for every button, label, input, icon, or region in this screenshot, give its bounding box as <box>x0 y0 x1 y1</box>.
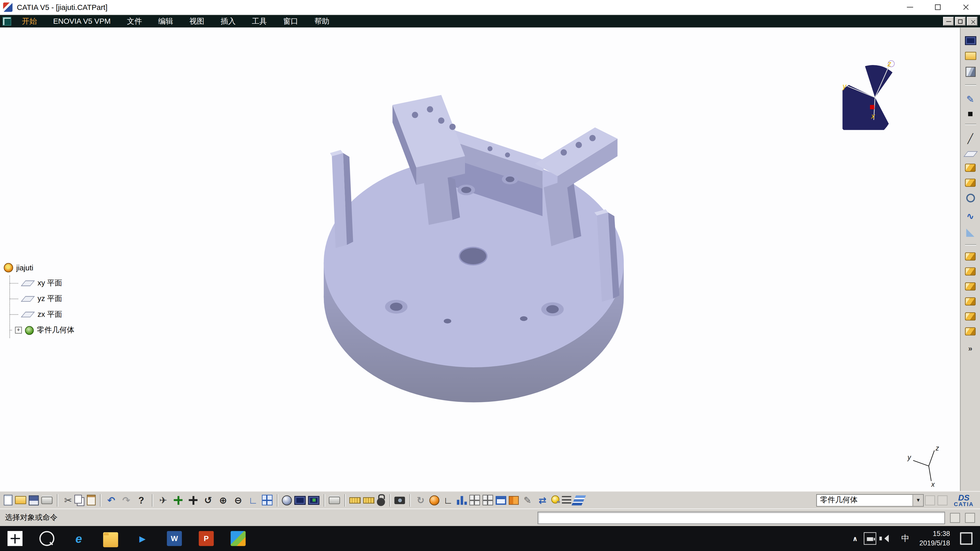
circle-icon[interactable] <box>966 194 975 202</box>
spline-icon[interactable]: ∿ <box>964 209 977 222</box>
cut-icon[interactable]: ✂ <box>62 494 74 507</box>
tree-item-label[interactable]: zx 平面 <box>38 309 62 320</box>
full-screen-icon[interactable] <box>308 495 319 504</box>
measure-item-icon[interactable] <box>363 497 374 503</box>
tile-window-icon[interactable] <box>496 495 506 504</box>
menu-enovia[interactable]: ENOVIA V5 VPM <box>46 17 118 25</box>
media-player-icon[interactable]: ▶ <box>135 531 150 546</box>
tree-root-label[interactable]: jiajuti <box>16 263 33 272</box>
copy-icon[interactable] <box>74 494 82 503</box>
edge-icon[interactable]: e <box>71 531 86 546</box>
ime-indicator[interactable]: 中 <box>901 533 910 544</box>
layers-icon[interactable] <box>571 495 586 505</box>
zoom-in-icon[interactable]: ⊕ <box>217 494 229 507</box>
split-surface-icon[interactable] <box>965 327 976 335</box>
window-minimize-button[interactable] <box>896 0 924 14</box>
mdi-minimize-button[interactable] <box>943 17 954 25</box>
photos-icon[interactable] <box>231 531 246 546</box>
menu-tools[interactable]: 工具 <box>245 16 274 27</box>
tree-root[interactable]: jiajuti <box>4 260 75 275</box>
file-explorer-icon[interactable] <box>103 532 118 547</box>
volume-icon[interactable] <box>879 532 891 545</box>
mdi-close-button[interactable] <box>967 17 978 25</box>
status-indicator-icon[interactable] <box>965 513 975 522</box>
tree-item-label[interactable]: xy 平面 <box>38 278 62 289</box>
axis-system-icon[interactable]: ∟ <box>442 494 454 507</box>
window-close-button[interactable] <box>952 0 980 14</box>
action-center-icon[interactable] <box>960 532 973 545</box>
join-surface-icon[interactable] <box>965 283 976 291</box>
close-surface-icon[interactable] <box>965 312 976 321</box>
tree-item-zx-plane[interactable]: zx 平面 <box>10 306 74 322</box>
viewport-3d[interactable]: z y x z y x jiajuti xy 平面 <box>0 27 980 491</box>
word-icon[interactable]: W <box>167 531 182 546</box>
extrude-surface-icon[interactable] <box>965 164 976 172</box>
dialog-toggle-icon[interactable] <box>950 513 960 522</box>
window-maximize-button[interactable] <box>924 0 952 14</box>
plane-icon[interactable] <box>963 151 977 157</box>
catalog-browser-icon[interactable] <box>509 495 519 504</box>
multi-view-icon[interactable] <box>262 495 272 506</box>
tree-item-label[interactable]: yz 平面 <box>38 294 62 304</box>
whats-this-icon[interactable]: ? <box>135 494 148 507</box>
view-mode-icon[interactable] <box>965 36 976 45</box>
battery-icon[interactable] <box>864 532 877 545</box>
snap-grid-icon[interactable] <box>483 495 493 506</box>
catalog-icon[interactable] <box>965 52 976 60</box>
expander-icon[interactable]: + <box>15 327 22 333</box>
menu-start[interactable]: 开始 <box>15 16 44 27</box>
measure-between-icon[interactable] <box>349 497 361 503</box>
start-button[interactable] <box>7 531 22 546</box>
tree-item-part-body[interactable]: + 零件几何体 <box>10 322 74 338</box>
menu-edit[interactable]: 编辑 <box>151 16 180 27</box>
menu-help[interactable]: 帮助 <box>307 16 336 27</box>
document-icon[interactable] <box>3 17 11 25</box>
save-icon[interactable] <box>29 495 39 505</box>
disabled-tool-icon-1[interactable] <box>925 495 935 505</box>
power-input-field[interactable] <box>538 511 945 524</box>
undo-icon[interactable]: ↶ <box>105 494 118 507</box>
catia-app-icon[interactable] <box>3 3 13 12</box>
sketcher-icon[interactable]: ✎ <box>964 92 977 105</box>
chevron-down-icon[interactable]: ▼ <box>913 494 923 506</box>
menu-file[interactable]: 文件 <box>120 16 149 27</box>
fly-mode-icon[interactable]: ✈ <box>157 494 169 507</box>
apply-material-icon[interactable] <box>429 495 439 505</box>
part-base[interactable] <box>324 157 624 402</box>
refresh-icon[interactable]: ↻ <box>414 494 427 507</box>
fit-all-in-icon[interactable] <box>172 494 184 507</box>
compass[interactable]: z y x <box>842 59 900 130</box>
point-icon[interactable] <box>968 112 972 116</box>
line-icon[interactable]: ╱ <box>964 132 977 144</box>
zoom-out-icon[interactable]: ⊖ <box>232 494 245 507</box>
powerpoint-icon[interactable]: P <box>199 531 214 546</box>
disabled-tool-icon-2[interactable] <box>938 495 948 505</box>
histogram-icon[interactable] <box>457 495 467 505</box>
capture-icon[interactable] <box>394 496 405 504</box>
normal-view-icon[interactable]: ∟ <box>247 494 259 507</box>
pan-icon[interactable] <box>187 494 199 507</box>
revolve-surface-icon[interactable] <box>965 179 976 187</box>
tree-item-xy-plane[interactable]: xy 平面 <box>10 275 74 291</box>
rotate-icon[interactable]: ↺ <box>202 494 215 507</box>
workbench-icon[interactable] <box>965 67 975 77</box>
thick-surface-icon[interactable] <box>965 297 976 306</box>
sweep-surface-icon[interactable] <box>965 252 976 260</box>
search-icon[interactable] <box>39 531 54 546</box>
body-combobox[interactable]: 零件几何体 ▼ <box>816 494 924 507</box>
offset-surface-icon[interactable] <box>965 267 976 275</box>
paste-icon[interactable] <box>87 495 95 506</box>
tray-expand-icon[interactable]: ∧ <box>849 532 861 545</box>
redo-icon[interactable]: ↷ <box>120 494 132 507</box>
new-file-icon[interactable] <box>4 495 13 506</box>
quick-print-icon[interactable] <box>329 496 340 504</box>
pen-icon[interactable]: ✎ <box>521 494 534 507</box>
shaded-view-icon[interactable] <box>282 495 292 505</box>
menu-window[interactable]: 窗口 <box>277 16 305 27</box>
print-icon[interactable] <box>41 496 52 504</box>
menu-insert[interactable]: 插入 <box>214 16 243 27</box>
knowledge-icon[interactable] <box>551 495 559 503</box>
hidden-line-view-icon[interactable] <box>294 495 305 504</box>
grid-icon[interactable] <box>469 495 480 506</box>
corner-icon[interactable] <box>966 229 974 237</box>
